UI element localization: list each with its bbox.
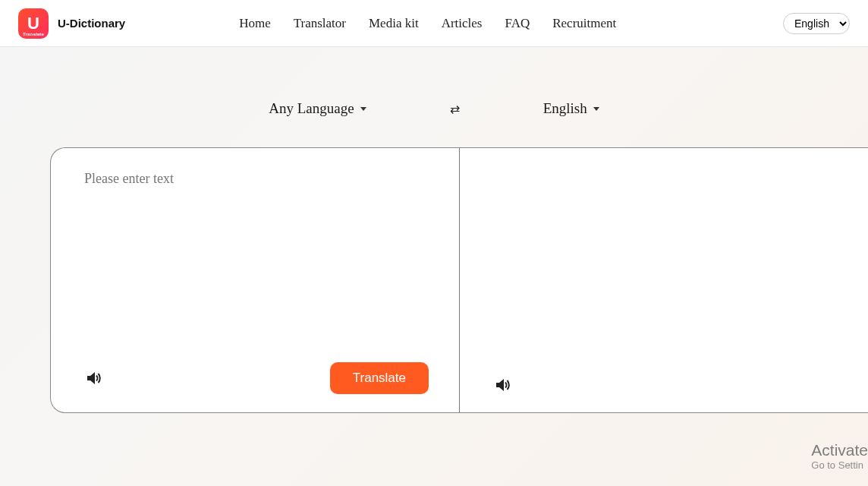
nav-home[interactable]: Home bbox=[239, 16, 271, 31]
source-panel-footer: Translate bbox=[84, 362, 429, 394]
header-bar: U Translate U-Dictionary Home Translator… bbox=[0, 0, 868, 47]
speaker-icon[interactable] bbox=[493, 376, 511, 394]
windows-activation-watermark: Activate Go to Settin bbox=[804, 441, 868, 471]
nav-faq[interactable]: FAQ bbox=[505, 16, 530, 31]
target-panel-footer bbox=[493, 376, 838, 394]
main-nav: Home Translator Media kit Articles FAQ R… bbox=[239, 16, 616, 31]
caret-down-icon bbox=[593, 107, 599, 111]
brand-name: U-Dictionary bbox=[58, 17, 125, 30]
target-panel bbox=[460, 148, 868, 412]
source-panel: Translate bbox=[51, 148, 460, 412]
source-language-picker[interactable]: Any Language bbox=[269, 100, 366, 117]
nav-articles[interactable]: Articles bbox=[442, 16, 483, 31]
caret-down-icon bbox=[360, 107, 366, 111]
nav-translator[interactable]: Translator bbox=[294, 16, 346, 31]
speaker-icon[interactable] bbox=[84, 369, 102, 387]
logo-letter: U bbox=[27, 15, 39, 32]
swap-languages-icon[interactable]: ⇄ bbox=[450, 102, 460, 116]
watermark-line2: Go to Settin bbox=[811, 459, 868, 471]
translate-button[interactable]: Translate bbox=[330, 362, 429, 394]
watermark-line1: Activate bbox=[811, 441, 868, 459]
source-language-label: Any Language bbox=[269, 100, 354, 117]
nav-recruitment[interactable]: Recruitment bbox=[552, 16, 616, 31]
language-selector-row: Any Language ⇄ English bbox=[0, 100, 868, 117]
target-language-picker[interactable]: English bbox=[543, 100, 599, 117]
logo-subtext: Translate bbox=[23, 32, 44, 36]
source-text-input[interactable] bbox=[84, 171, 429, 362]
target-language-label: English bbox=[543, 100, 587, 117]
app-logo: U Translate bbox=[18, 8, 49, 39]
translation-panels: Translate bbox=[50, 147, 868, 413]
site-language-select[interactable]: English bbox=[783, 13, 850, 34]
target-text-output bbox=[493, 171, 838, 376]
nav-media-kit[interactable]: Media kit bbox=[369, 16, 419, 31]
